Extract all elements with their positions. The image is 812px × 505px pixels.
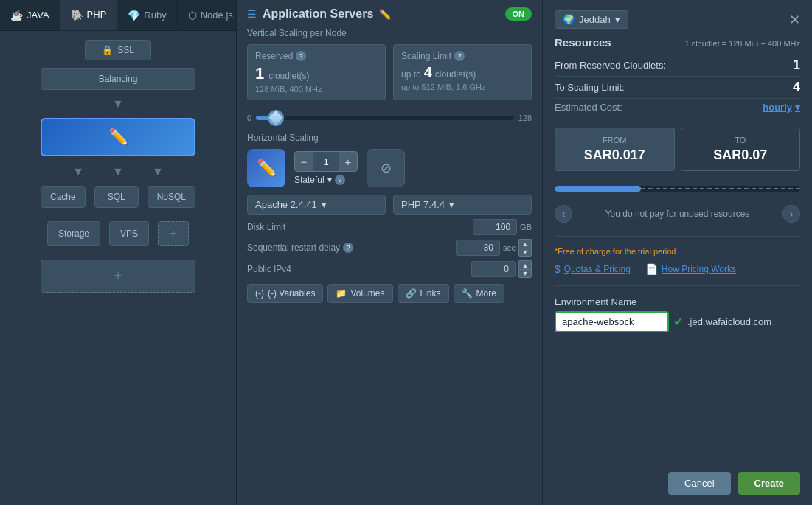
public-ipv4-label: Public IPv4: [247, 264, 291, 274]
disk-limit-row: Disk Limit 100 GB: [247, 219, 532, 235]
arrow-right-icon: ▼: [152, 165, 164, 178]
reserved-help-icon[interactable]: ?: [296, 51, 306, 61]
from-cloudlets-value: 1: [793, 58, 800, 73]
to-price-value: SAR0.07: [689, 147, 793, 163]
chevron-down-icon: ▾: [327, 175, 332, 185]
php-node-icon: ✏️: [108, 128, 128, 147]
php-icon: 🐘: [71, 9, 83, 21]
hourly-label: hourly: [763, 102, 792, 113]
public-ipv4-value: 0 ▲ ▼: [471, 260, 532, 278]
variables-button[interactable]: (-) (-) Variables: [247, 284, 323, 303]
resources-formula: 1 cloudlet = 128 MiB + 400 MHz: [684, 39, 800, 48]
seq-help-icon[interactable]: ?: [343, 243, 353, 253]
add-node-small-button[interactable]: +: [158, 221, 189, 246]
storage-row: Storage VPS +: [47, 221, 189, 246]
slider-thumb[interactable]: [268, 110, 284, 126]
nav-arrows-row: ‹ You do not pay for unused resources ›: [555, 202, 800, 226]
estimated-cost-label: Estimated Cost:: [555, 102, 622, 113]
ipv4-input[interactable]: 0: [471, 261, 516, 277]
to-price-box: TO SAR0.07: [681, 128, 801, 171]
balancing-button[interactable]: Balancing: [41, 68, 195, 90]
how-pricing-link[interactable]: 📄 How Pricing Works: [645, 263, 736, 275]
ipv4-spin-up-button[interactable]: ▲: [518, 260, 532, 269]
add-node-button[interactable]: +: [41, 260, 195, 293]
stepper-decrease-button[interactable]: −: [294, 151, 313, 172]
to-scaling-row: To Scaling Limit: 4: [555, 77, 800, 99]
seq-spin-up-button[interactable]: ▲: [518, 239, 532, 248]
tab-nodejs[interactable]: ⬡ Node.js: [178, 0, 244, 30]
java-icon: ☕: [10, 10, 23, 21]
right-header: 🌍 Jeddah ▾ ✕: [555, 10, 800, 29]
seq-restart-label: Sequential restart delay ?: [247, 243, 353, 253]
sql-button[interactable]: SQL: [94, 186, 139, 208]
horizontal-scaling-section: Horizontal Scaling ✏️ − 1 + Stateful ▾ ?: [247, 133, 532, 187]
to-scaling-value: 4: [793, 80, 800, 95]
php-chevron-icon: ▾: [449, 199, 454, 210]
prev-arrow-button[interactable]: ‹: [555, 205, 572, 223]
scaling-limit-box: Scaling Limit ? up to 4 cloudlet(s) up t…: [393, 44, 532, 100]
ssl-label: SSL: [117, 45, 134, 55]
region-chevron-icon: ▾: [615, 14, 620, 25]
stateful-help-icon[interactable]: ?: [335, 175, 345, 185]
db-buttons-row: Cache SQL NoSQL: [41, 186, 195, 208]
toggle-on-button[interactable]: ON: [505, 7, 532, 21]
create-button[interactable]: Create: [738, 472, 800, 495]
scaling-help-icon[interactable]: ?: [454, 51, 465, 61]
edit-icon[interactable]: ✏️: [379, 9, 391, 20]
cancel-button[interactable]: Cancel: [668, 472, 730, 495]
more-button[interactable]: 🔧 More: [454, 284, 504, 303]
nodejs-icon: ⬡: [188, 10, 197, 21]
how-pricing-label: How Pricing Works: [662, 264, 736, 274]
vps-button[interactable]: VPS: [109, 221, 149, 246]
down-arrow-icon: ▼: [112, 97, 124, 111]
tab-ruby[interactable]: 💎 Ruby: [117, 0, 177, 30]
env-domain-label: .jed.wafaicloud.com: [687, 316, 771, 327]
toggle-label: ON: [513, 10, 525, 18]
tab-php[interactable]: 🐘 PHP: [60, 0, 118, 30]
tab-java[interactable]: ☕ JAVA: [0, 0, 60, 30]
balancing-label: Balancing: [99, 74, 138, 84]
region-flag-icon: 🌍: [563, 14, 575, 25]
links-button[interactable]: 🔗 Links: [398, 284, 449, 303]
php-version-select[interactable]: PHP 7.4.4 ▾: [393, 195, 532, 215]
next-arrow-button[interactable]: ›: [782, 205, 800, 223]
app-server-title: Application Servers: [263, 7, 373, 21]
ssl-button[interactable]: 🔒 SSL: [85, 40, 151, 60]
close-button[interactable]: ✕: [789, 12, 800, 28]
slider-row: 0 128: [247, 114, 532, 122]
stateful-select[interactable]: Stateful ▾ ?: [294, 175, 358, 185]
apache-select[interactable]: Apache 2.4.41 ▾: [247, 195, 386, 215]
app-server-header: ☰ Application Servers ✏️ ON: [247, 7, 532, 21]
reserved-mhz: 128 MiB, 400 MHz: [255, 85, 378, 94]
reserved-title: Reserved ?: [255, 51, 378, 61]
quotas-pricing-link[interactable]: $ Quotas & Pricing: [555, 263, 631, 275]
ruby-icon: 💎: [128, 10, 140, 21]
from-cloudlets-row: From Reserved Cloudlets: 1: [555, 55, 800, 77]
disk-input[interactable]: 100: [473, 219, 517, 235]
copy-icon: ⊘: [381, 160, 392, 176]
unused-resources-text: You do not pay for unused resources: [572, 209, 782, 219]
volumes-button[interactable]: 📁 Volumes: [327, 284, 392, 303]
region-select[interactable]: 🌍 Jeddah ▾: [555, 10, 628, 29]
copy-node-button[interactable]: ⊘: [367, 149, 405, 187]
diamond-icon: [268, 110, 285, 127]
php-node-block[interactable]: ✏️: [41, 118, 195, 156]
action-buttons-row: (-) (-) Variables 📁 Volumes 🔗 Links 🔧 Mo…: [247, 284, 532, 303]
seq-spin-down-button[interactable]: ▼: [518, 248, 532, 257]
storage-button[interactable]: Storage: [47, 221, 100, 246]
seq-input[interactable]: 30: [456, 240, 500, 256]
divider-1: [555, 236, 800, 237]
trial-text: *Free of charge for the trial period: [555, 247, 800, 256]
env-name-input[interactable]: [555, 311, 669, 332]
stepper-increase-button[interactable]: +: [339, 151, 358, 172]
env-check-icon: ✔: [673, 315, 683, 329]
ipv4-spin-down-button[interactable]: ▼: [518, 269, 532, 278]
tab-ruby-label: Ruby: [144, 10, 166, 21]
hourly-selector[interactable]: hourly ▾: [763, 102, 800, 113]
cache-button[interactable]: Cache: [41, 186, 86, 208]
slider-track[interactable]: [256, 116, 514, 120]
divider-2: [555, 285, 800, 286]
from-cloudlets-label: From Reserved Cloudlets:: [555, 60, 666, 71]
nosql-button[interactable]: NoSQL: [148, 186, 195, 208]
slider-min-label: 0: [247, 114, 251, 122]
